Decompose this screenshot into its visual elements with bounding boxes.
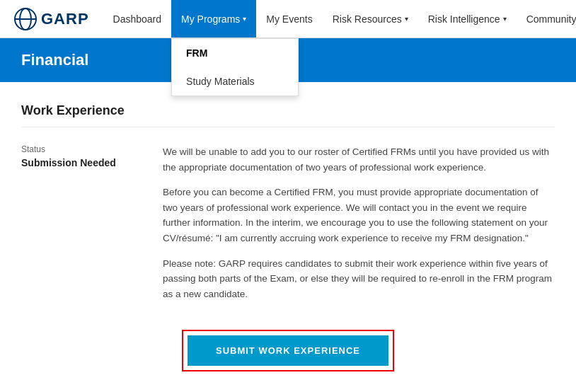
submit-work-experience-button[interactable]: SUBMIT WORK EXPERIENCE — [188, 335, 388, 366]
dropdown-item-frm[interactable]: FRM — [172, 39, 298, 67]
dropdown-item-study-materials[interactable]: Study Materials — [172, 67, 298, 96]
content-layout: Status Submission Needed We will be unab… — [21, 144, 555, 301]
nav-item-my-programs[interactable]: My Programs ▾ FRM Study Materials — [171, 0, 256, 38]
nav-item-community[interactable]: Community — [517, 0, 576, 38]
my-programs-dropdown: FRM Study Materials — [171, 38, 299, 96]
paragraph-3: Please note: GARP requires candidates to… — [163, 256, 555, 302]
section-title: Work Experience — [21, 103, 555, 127]
page-title: Financial — [21, 51, 88, 69]
main-content: Work Experience Status Submission Needed… — [0, 82, 576, 392]
navbar: GARP Dashboard My Programs ▾ FRM Study M… — [0, 0, 576, 38]
status-value: Submission Needed — [21, 157, 134, 168]
nav-menu: Dashboard My Programs ▾ FRM Study Materi… — [103, 0, 576, 38]
paragraph-2: Before you can become a Certified FRM, y… — [163, 185, 555, 246]
nav-item-dashboard[interactable]: Dashboard — [103, 0, 172, 38]
chevron-down-icon: ▾ — [405, 15, 408, 23]
status-column: Status Submission Needed — [21, 144, 134, 301]
chevron-down-icon: ▾ — [243, 15, 246, 23]
status-label: Status — [21, 144, 134, 154]
garp-logo-icon — [14, 8, 37, 30]
logo[interactable]: GARP — [14, 8, 89, 30]
submit-button-wrapper: SUBMIT WORK EXPERIENCE — [182, 330, 394, 371]
nav-item-risk-intelligence[interactable]: Risk Intelligence ▾ — [418, 0, 517, 38]
submit-area: SUBMIT WORK EXPERIENCE — [21, 323, 555, 371]
logo-text: GARP — [41, 10, 89, 28]
nav-item-risk-resources[interactable]: Risk Resources ▾ — [323, 0, 418, 38]
description-column: We will be unable to add you to our rost… — [163, 144, 555, 301]
nav-item-my-events[interactable]: My Events — [256, 0, 322, 38]
chevron-down-icon: ▾ — [503, 15, 507, 23]
paragraph-1: We will be unable to add you to our rost… — [163, 144, 555, 175]
